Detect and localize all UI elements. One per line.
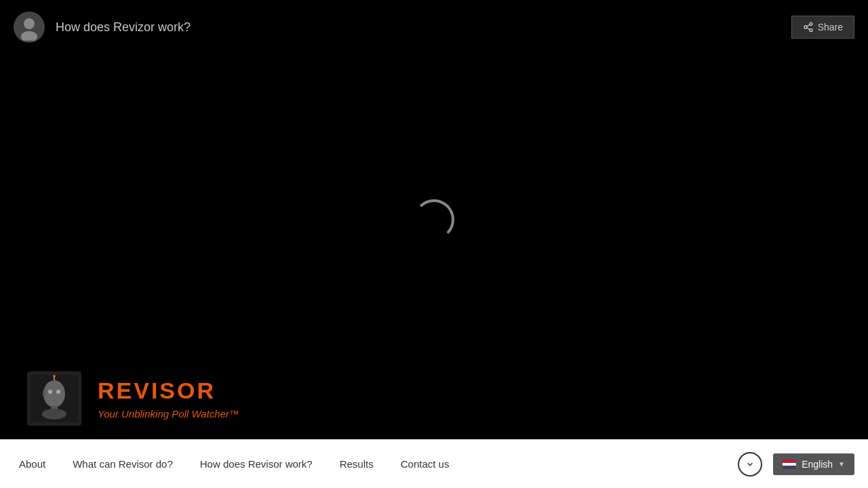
branding-area: REVISOR Your Unblinking Poll Watcher™ — [0, 358, 868, 439]
svg-point-0 — [24, 18, 35, 29]
brand-tagline: Your Unblinking Poll Watcher™ — [98, 408, 239, 420]
svg-line-5 — [806, 28, 810, 30]
nav-item-results[interactable]: Results — [326, 458, 387, 470]
chevron-down-icon: ▼ — [838, 460, 845, 468]
share-button[interactable]: Share — [791, 16, 854, 39]
nav-item-how-works[interactable]: How does Revisor work? — [186, 458, 326, 470]
language-selector[interactable]: English ▼ — [773, 453, 854, 475]
svg-point-10 — [56, 390, 60, 394]
nav-item-what-can[interactable]: What can Revisor do? — [59, 458, 186, 470]
video-title: How does Revizor work? — [56, 20, 791, 35]
svg-point-3 — [804, 26, 807, 28]
svg-point-1 — [21, 31, 37, 41]
nav-item-contact[interactable]: Contact us — [387, 458, 463, 470]
svg-point-12 — [42, 409, 66, 420]
svg-point-14 — [53, 375, 56, 378]
language-label: English — [802, 459, 833, 470]
svg-point-9 — [48, 390, 52, 394]
language-flag — [783, 460, 796, 469]
logo-image — [27, 371, 81, 426]
top-bar: How does Revizor work? Share — [0, 0, 868, 54]
bottom-nav: About What can Revisor do? How does Revi… — [0, 439, 868, 488]
brand-name: REVISOR — [98, 378, 239, 404]
svg-point-2 — [810, 22, 812, 25]
svg-line-6 — [806, 24, 810, 26]
share-label: Share — [818, 22, 843, 33]
nav-item-about[interactable]: About — [14, 458, 59, 470]
svg-point-8 — [43, 380, 65, 407]
loading-spinner — [414, 199, 454, 240]
avatar — [14, 12, 45, 43]
brand-text: REVISOR Your Unblinking Poll Watcher™ — [98, 378, 239, 420]
svg-point-4 — [810, 29, 812, 32]
scroll-down-button[interactable] — [738, 452, 762, 476]
svg-rect-15 — [43, 390, 45, 396]
